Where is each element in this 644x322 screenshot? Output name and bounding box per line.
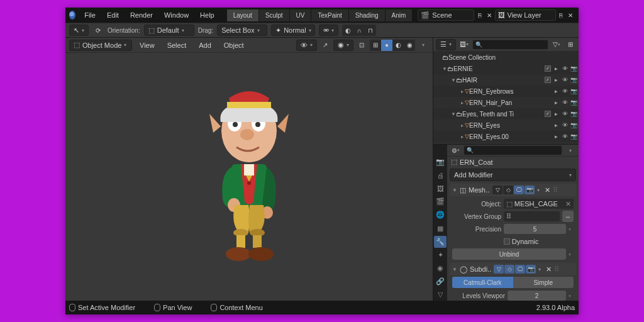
ptab-viewlayer[interactable]: 🖼 (434, 182, 447, 194)
ptab-particles[interactable]: ✦ (434, 249, 447, 261)
render-toggle[interactable]: 📷 (570, 133, 577, 140)
opt-2[interactable]: ∩ (353, 25, 365, 36)
scene-selector[interactable]: 🎬 Scene (418, 9, 474, 21)
disclosure-icon[interactable]: ▸ (460, 89, 465, 94)
mode-dropdown[interactable]: ⬚Object Mode▾ (69, 40, 132, 51)
modifier-header-subdiv[interactable]: ▼ ◯ Subdi.. ▽ ◇ 🖵 📷 ▾ ✕ ⠿ (450, 263, 576, 275)
proportional-dropdown[interactable]: ⚮▾ (319, 25, 338, 36)
vgroup-invert[interactable]: ↔ (562, 211, 574, 222)
disclosure-icon[interactable]: ▼ (451, 77, 456, 83)
mod-edit-icon[interactable]: ▽ (492, 186, 502, 194)
tab-layout[interactable]: Layout (227, 9, 259, 21)
tree-scene-collection[interactable]: 🗀 Scene Collection (433, 52, 579, 63)
vp-menu-object[interactable]: Object (219, 40, 249, 51)
render-toggle[interactable]: 📷 (570, 111, 577, 117)
delete-scene-button[interactable]: ✕ (485, 9, 493, 21)
props-pin[interactable]: ▾ (565, 145, 576, 156)
disclosure-icon[interactable]: ▼ (442, 66, 447, 72)
gizmo-toggle[interactable]: ↗ (319, 40, 331, 51)
tree-row[interactable]: ▸▽ ERN_Eyes.00▸👁📷 (433, 131, 579, 142)
xray-toggle[interactable]: ⊡ (356, 40, 367, 51)
tree-row[interactable]: ▼🗀 ERNIE✓▸👁📷 (433, 63, 579, 74)
mod-delete[interactable]: ✕ (545, 186, 550, 194)
new-layer-button[interactable]: ⎘ (557, 9, 565, 21)
tab-sculpt[interactable]: Sculpt (259, 9, 290, 21)
outliner-filter[interactable]: ▽▾ (551, 39, 562, 50)
opt-1[interactable]: ◐ (342, 25, 353, 36)
ptab-constraints[interactable]: 🔗 (434, 275, 447, 287)
tree-row[interactable]: ▼🗀 Eyes, Teeth and Ti✓▸👁📷 (433, 108, 579, 119)
mod-render-icon[interactable]: 📷 (526, 265, 536, 274)
tab-uv[interactable]: UV (290, 9, 312, 21)
shading-solid[interactable]: ● (381, 40, 392, 51)
select-toggle[interactable]: ▸ (552, 77, 560, 83)
mod-edit-icon[interactable]: ▽ (494, 265, 504, 274)
toggle-catmull[interactable]: Catmull-Clark (452, 277, 513, 288)
menu-render[interactable]: Render (125, 9, 158, 21)
add-modifier-dropdown[interactable]: Add Modifier▾ (450, 169, 576, 181)
disclosure-icon[interactable]: ▸ (460, 134, 465, 140)
render-toggle[interactable]: 📷 (570, 88, 577, 94)
select-toggle[interactable]: ▸ (552, 133, 560, 140)
mod-cage-icon[interactable]: ◇ (504, 265, 514, 274)
select-toggle[interactable]: ▸ (552, 122, 560, 128)
hide-toggle[interactable]: 👁 (561, 65, 569, 72)
shading-options[interactable]: ▾ (418, 40, 429, 51)
outliner-search[interactable]: 🔍 (472, 40, 548, 50)
tree-row[interactable]: ▸▽ ERN_Eyes▸👁📷 (433, 119, 579, 131)
render-toggle[interactable]: 📷 (570, 77, 577, 83)
select-toggle[interactable]: ▸ (552, 99, 560, 106)
snap-dropdown[interactable]: ✦Normal▾ (271, 25, 315, 36)
object-field[interactable]: ⬚ MESH_CAGE ✕ (504, 199, 574, 209)
overlay-dropdown[interactable]: ◉▾ (333, 40, 353, 51)
disclosure-icon[interactable]: ▸ (460, 100, 465, 106)
ptab-world[interactable]: 🌐 (434, 209, 447, 221)
ptab-modifiers[interactable]: 🔧 (434, 236, 447, 248)
hide-toggle[interactable]: 👁 (561, 111, 569, 117)
include-checkbox[interactable]: ✓ (545, 65, 551, 72)
shading-material[interactable]: ◐ (392, 40, 404, 51)
ptab-physics[interactable]: ◉ (434, 262, 447, 274)
outliner-tree[interactable]: 🗀 Scene Collection ▼🗀 ERNIE✓▸👁📷▼🗀 HAIR✓▸… (433, 52, 579, 144)
vp-menu-view[interactable]: View (135, 40, 160, 51)
disclosure-icon[interactable]: ▼ (451, 111, 456, 117)
cursor-tool-dropdown[interactable]: ↖▾ (69, 25, 89, 36)
tree-row[interactable]: ▸▽ ERN_Teeth▸👁📷 (433, 142, 579, 144)
ptab-render[interactable]: 📷 (434, 156, 447, 168)
mod-drag-icon[interactable]: ⠿ (553, 186, 558, 194)
render-toggle[interactable]: 📷 (570, 122, 577, 128)
tab-anim[interactable]: Anim (386, 9, 413, 21)
shading-wireframe[interactable]: ⊞ (370, 40, 381, 51)
select-toggle[interactable]: ▸ (552, 88, 560, 94)
tab-shading[interactable]: Shading (349, 9, 386, 21)
dynamic-checkbox[interactable]: Dynamic (504, 236, 574, 247)
tree-row[interactable]: ▼🗀 HAIR✓▸👁📷 (433, 74, 579, 86)
modifier-header-meshdeform[interactable]: ▼ ◫ Mesh.. ▽ ◇ 🖵 📷 ▾ ✕ ⠿ (450, 184, 576, 196)
precision-input[interactable]: 5 (504, 224, 566, 234)
disclosure-icon[interactable]: ▸ (460, 123, 465, 128)
unbind-button[interactable]: Unbind (452, 248, 566, 260)
menu-edit[interactable]: Edit (102, 9, 124, 21)
mod-render-icon[interactable]: 📷 (525, 186, 535, 194)
mod-delete[interactable]: ✕ (546, 265, 552, 274)
mod-extras[interactable]: ▾ (538, 267, 541, 272)
mod-cage-icon[interactable]: ◇ (503, 186, 513, 194)
render-toggle[interactable]: 📷 (570, 99, 577, 106)
properties-search[interactable]: 🔍 (464, 145, 562, 155)
tab-texpaint[interactable]: TexPaint (311, 9, 348, 21)
orientation-dropdown[interactable]: ⬚Default▾ (144, 25, 194, 36)
mod-realtime-icon[interactable]: 🖵 (515, 265, 525, 274)
ptab-data[interactable]: ▽ (434, 289, 447, 301)
hide-toggle[interactable]: 👁 (561, 99, 569, 106)
select-toggle[interactable]: ▸ (552, 111, 560, 117)
tree-row[interactable]: ▸▽ ERN_Hair_Pan▸👁📷 (433, 97, 579, 108)
vertex-group-field[interactable]: ⠿ (504, 211, 560, 221)
render-toggle[interactable]: 📷 (570, 65, 577, 72)
shading-rendered[interactable]: ◉ (404, 40, 415, 51)
drag-dropdown[interactable]: Select Box▾ (217, 25, 267, 36)
outliner-view-dropdown[interactable]: 🖼▾ (458, 39, 470, 50)
mod-drag-icon[interactable]: ⠿ (554, 265, 559, 274)
ptab-scene[interactable]: 🎬 (434, 196, 447, 208)
include-checkbox[interactable]: ✓ (545, 111, 551, 117)
new-scene-button[interactable]: ⎘ (475, 9, 484, 21)
